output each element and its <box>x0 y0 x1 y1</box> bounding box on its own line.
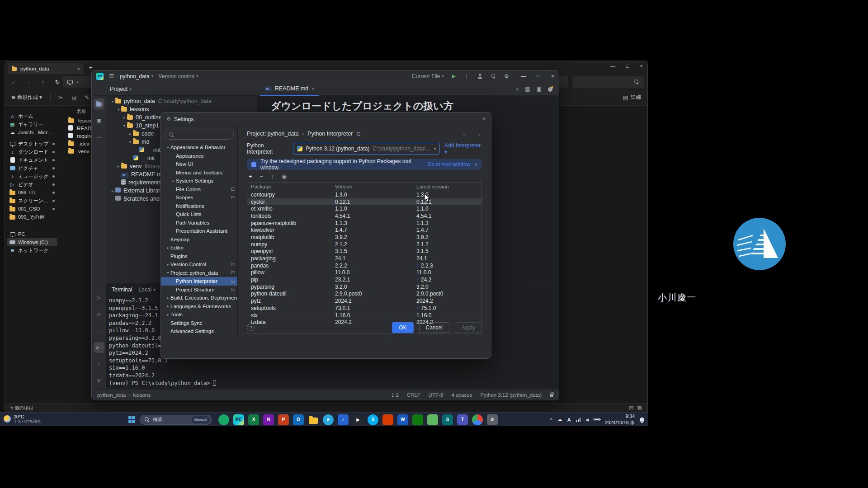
vcs-widget[interactable]: Version control▾ <box>159 73 198 80</box>
terminal-prompt[interactable]: (venv) PS C:\study\python_data> <box>109 380 559 387</box>
more-tool-icon[interactable]: ⋯ <box>94 132 104 143</box>
lock-icon[interactable] <box>550 394 553 397</box>
taskbar-app-todo[interactable]: ✓ <box>338 414 349 425</box>
dismiss-banner-icon[interactable]: × <box>475 162 477 167</box>
maximize-icon[interactable]: □ <box>537 73 540 80</box>
terminal-tool-icon[interactable]: >_ <box>94 342 104 353</box>
status-path-project[interactable]: python_data <box>97 392 126 398</box>
more-actions-icon[interactable]: ⋮ <box>464 73 469 80</box>
taskbar-app-office[interactable] <box>382 414 393 425</box>
ime-indicator[interactable]: A <box>567 417 571 422</box>
package-row-setuptools[interactable]: setuptools73.0.1↑75.1.0 <box>247 305 481 312</box>
packages-tool-icon[interactable]: ◇ <box>94 309 104 319</box>
uninstall-package-icon[interactable]: − <box>260 173 264 180</box>
settings-item-scopes[interactable]: Scopes⊡ <box>161 193 237 202</box>
status-item-1[interactable]: CRLF <box>407 392 420 398</box>
weather-widget[interactable]: 20°C くもりのち晴れ <box>4 414 41 424</box>
package-row-et-xmlfile[interactable]: et-xmlfile1.1.01.1.0 <box>247 205 481 212</box>
package-row-fonttools[interactable]: fonttools4.54.14.54.1 <box>247 212 481 220</box>
status-path-folder[interactable]: lessons <box>133 392 151 398</box>
chevron-icon[interactable]: ▸ <box>165 246 170 250</box>
settings-item-version-control[interactable]: ▸Version Control⊡ <box>161 260 237 269</box>
sidebar-item-0[interactable]: ⌂ホーム <box>7 112 57 120</box>
sidebar-item-5[interactable]: ドキュメント <box>7 156 57 164</box>
chevron-icon[interactable]: ▸ <box>116 164 121 169</box>
notifications-bell-icon[interactable] <box>548 87 552 91</box>
run-configuration-widget[interactable]: Current File▾ <box>412 73 444 80</box>
chevron-icon[interactable]: ▾ <box>116 108 121 112</box>
sidebar-item-2[interactable]: ☁Junichi - Microsoft <box>7 128 57 136</box>
taskbar-app-pycharm[interactable]: PC <box>233 414 244 425</box>
taskbar-app-chat[interactable] <box>218 414 229 425</box>
tray-overflow-icon[interactable]: ^ <box>550 417 552 422</box>
chevron-icon[interactable]: ▾ <box>127 140 133 144</box>
show-early-releases-icon[interactable]: ◉ <box>282 173 287 180</box>
taskbar-app-powerpoint[interactable]: P <box>278 414 289 425</box>
project-tool-icon[interactable] <box>94 99 104 109</box>
apply-button[interactable]: Apply <box>455 322 482 333</box>
status-item-3[interactable]: 4 spaces <box>451 392 472 398</box>
sidebar-item-3[interactable]: デスクトップ <box>7 140 57 148</box>
chevron-icon[interactable]: ▸ <box>127 132 133 136</box>
new-tab-button[interactable]: + <box>89 64 93 71</box>
sidebar-item-10[interactable]: スクリーンショット <box>7 197 57 205</box>
back-icon[interactable]: ← <box>462 131 468 137</box>
settings-item-appearance[interactable]: Appearance <box>161 152 237 160</box>
view-details-button[interactable]: ▤ 詳細 <box>623 94 641 101</box>
chevron-icon[interactable]: ▾ <box>110 99 115 103</box>
settings-item-quick-lists[interactable]: Quick Lists <box>161 210 237 219</box>
battery-icon[interactable] <box>594 418 600 421</box>
editor-tab-readme[interactable]: M↓ README.md × <box>260 82 319 96</box>
status-item-2[interactable]: UTF-8 <box>429 392 443 398</box>
split-editor-icon[interactable]: ▤ <box>525 86 530 92</box>
sidebar-item-7[interactable]: ♪ミュージック <box>7 172 57 180</box>
taskbar-app-sticky-notes[interactable] <box>427 414 438 425</box>
package-row-pytz[interactable]: pytz2024.22024.2 <box>247 297 481 305</box>
chevron-icon[interactable]: ▸ <box>171 179 176 183</box>
chevron-icon[interactable]: ▾ <box>165 145 170 150</box>
cut-icon[interactable]: ✂ <box>59 94 63 101</box>
settings-search-field[interactable] <box>165 130 234 140</box>
package-row-pandas[interactable]: pandas2.2.2↑2.2.3 <box>247 262 481 269</box>
package-row-openpyxl[interactable]: openpyxl3.1.53.1.5 <box>247 248 481 255</box>
chevron-icon[interactable]: ▸ <box>165 304 170 308</box>
network-icon[interactable] <box>576 418 581 422</box>
settings-item-presentation-assistant[interactable]: Presentation Assistant <box>161 227 237 235</box>
large-view-icon[interactable]: ▦ <box>637 405 642 411</box>
package-row-cycler[interactable]: cycler0.12.10.12.1 <box>247 198 481 206</box>
settings-item-advanced-settings[interactable]: Advanced Settings <box>161 327 237 336</box>
settings-item-menus-and-toolbars[interactable]: Menus and Toolbars <box>161 169 237 177</box>
taskbar-app-browser[interactable] <box>472 414 483 425</box>
project-widget[interactable]: python_data▾ <box>120 73 153 80</box>
new-item-button[interactable]: ⊕ 新規作成 ▾ <box>11 94 42 101</box>
help-icon[interactable]: ? <box>247 324 255 331</box>
install-package-icon[interactable]: + <box>249 173 252 180</box>
package-row-japanize-matplotlib[interactable]: japanize-matplotlib1.1.31.1.3 <box>247 220 481 227</box>
taskbar-search[interactable]: 検索 Microsoft <box>140 415 212 425</box>
minimize-icon[interactable]: — <box>521 73 526 80</box>
main-menu-icon[interactable]: ☰ <box>109 73 114 80</box>
run-tool-icon[interactable]: ▷ <box>94 292 104 303</box>
copy-icon[interactable]: ▤ <box>71 94 76 101</box>
close-dialog-icon[interactable]: × <box>482 115 486 122</box>
structure-tool-icon[interactable]: ▣ <box>94 115 104 126</box>
settings-item-editor[interactable]: ▸Editor <box>161 244 237 252</box>
taskbar-app-onenote[interactable]: N <box>263 414 274 425</box>
todo-tool-icon[interactable]: ≡ <box>94 325 104 336</box>
settings-item-languages-frameworks[interactable]: ▸Languages & Frameworks <box>161 302 237 311</box>
sidebar-item-12[interactable]: 090_その他 <box>7 213 57 221</box>
cancel-button[interactable]: Cancel <box>419 322 449 333</box>
maximize-icon[interactable]: □ <box>626 63 629 69</box>
settings-gear-icon[interactable]: ⚙ <box>504 73 509 80</box>
structure-view-icon[interactable]: ≡ <box>515 86 519 92</box>
taskbar-app-teams[interactable]: T <box>457 414 468 425</box>
taskbar-app-word[interactable]: W <box>397 414 408 425</box>
taskbar-app-sharepoint[interactable]: S <box>442 414 453 425</box>
taskbar-app-skype[interactable]: S <box>368 414 378 425</box>
rename-icon[interactable]: ✎ <box>85 94 89 101</box>
package-row-matplotlib[interactable]: matplotlib3.9.23.9.2 <box>247 234 481 241</box>
interpreter-dropdown[interactable]: Python 3.12 (python_data) C:\study\pytho… <box>293 143 440 155</box>
settings-item-notifications[interactable]: Notifications <box>161 202 237 211</box>
sidebar-item-1[interactable]: ▦ギャラリー <box>7 120 57 128</box>
problems-tool-icon[interactable]: ! <box>94 359 104 370</box>
